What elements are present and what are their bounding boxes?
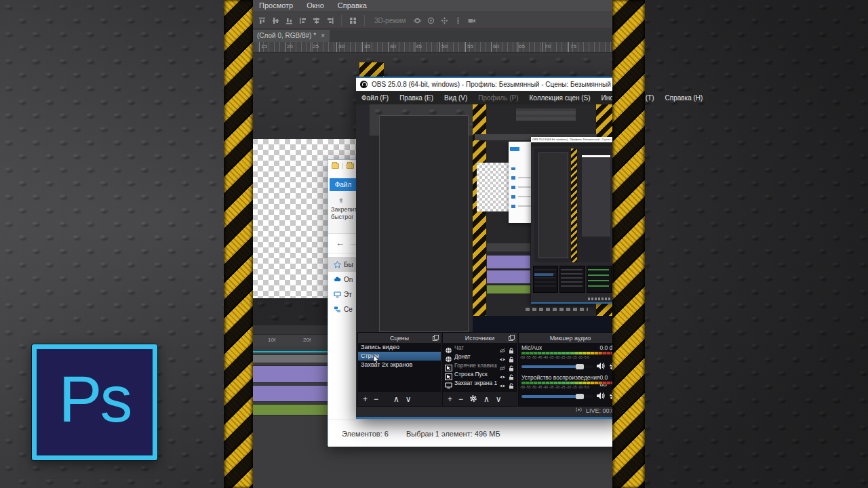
timeline-track-video2[interactable] — [252, 385, 329, 402]
lock-icon[interactable] — [508, 371, 515, 377]
slider-handle[interactable] — [576, 394, 584, 399]
mini-obs-preview — [534, 148, 610, 262]
move-scene-down-button[interactable]: ∨ — [406, 392, 412, 407]
align-middle-icon[interactable] — [271, 16, 280, 25]
ruler-tick: 60 — [491, 42, 517, 52]
sidebar-item-quick-access[interactable]: Бы — [328, 257, 357, 272]
source-properties-gear-icon[interactable] — [469, 393, 477, 405]
photoshop-tab-bar: (Слой 0, RGB/8#) * × — [252, 30, 614, 42]
obs-menu-help[interactable]: Справка (H) — [660, 92, 709, 104]
ruler-tick: 30 — [336, 42, 362, 52]
sources-list: Чат Донат Горячие клавиш Строка Пуск — [443, 343, 517, 391]
align-center-icon[interactable] — [312, 16, 321, 25]
mini-obs-statusbar — [588, 298, 611, 300]
source-row-taskbar[interactable]: Строка Пуск — [443, 369, 517, 378]
ps-menu-view[interactable]: Просмотр — [252, 0, 300, 12]
add-scene-button[interactable]: + — [363, 392, 368, 407]
timeline-track-audio[interactable] — [252, 404, 329, 415]
slideshow-icon — [445, 371, 452, 378]
3d-slide-icon[interactable] — [454, 16, 462, 25]
obs-menu-file[interactable]: Файл (F) — [356, 92, 394, 104]
remove-scene-button[interactable]: − — [374, 392, 378, 407]
timeline-track-video1[interactable] — [252, 365, 329, 383]
popout-icon[interactable] — [433, 335, 439, 341]
channel-name: Mic/Aux — [521, 344, 542, 351]
3d-orbit-icon[interactable] — [413, 16, 422, 25]
obs-menu-edit[interactable]: Правка (E) — [394, 92, 439, 104]
volume-slider[interactable] — [521, 392, 593, 401]
align-right-icon[interactable] — [326, 16, 334, 25]
volume-slider[interactable] — [521, 363, 593, 371]
toolbar-separator — [364, 15, 365, 26]
sidebar-item-label: Эт — [344, 291, 352, 298]
eye-off-icon[interactable] — [499, 344, 506, 350]
ruler-tick: 45 — [414, 42, 439, 52]
source-row-display-capture[interactable]: Захват экрана 1 — [443, 378, 517, 387]
speaker-icon[interactable] — [596, 391, 606, 401]
3d-pan-icon[interactable] — [440, 16, 449, 25]
globe-icon — [445, 353, 452, 360]
source-row-donate[interactable]: Донат — [443, 352, 517, 361]
mini-file-tab — [510, 147, 519, 151]
ps-menu-help[interactable]: Справка — [331, 0, 374, 12]
remove-source-button[interactable]: − — [458, 392, 463, 407]
sidebar-item-this-pc[interactable]: Эт — [328, 287, 357, 302]
popout-icon[interactable] — [509, 335, 515, 341]
eye-icon[interactable] — [499, 380, 506, 386]
slider-handle[interactable] — [576, 364, 584, 369]
folder-icon[interactable] — [332, 163, 339, 169]
scene-row[interactable]: Захват 2х экранов — [358, 361, 441, 369]
mini-timeline-green-track — [487, 285, 530, 293]
eye-icon[interactable] — [499, 353, 506, 359]
speaker-icon[interactable] — [596, 361, 606, 371]
timeline-track-group[interactable] — [252, 354, 329, 363]
folder-icon[interactable] — [347, 163, 354, 169]
eye-off-icon[interactable] — [499, 362, 506, 368]
mixer-panel-header[interactable]: Микшер аудио — [519, 333, 622, 343]
lock-icon[interactable] — [508, 344, 515, 350]
scenes-panel-header[interactable]: Сцены — [358, 333, 441, 343]
lock-icon[interactable] — [508, 353, 515, 359]
3d-camera-icon[interactable] — [467, 16, 476, 25]
add-source-button[interactable]: + — [448, 392, 452, 407]
align-left-icon[interactable] — [298, 16, 307, 25]
star-icon — [334, 261, 341, 268]
sidebar-item-onedrive[interactable]: On — [328, 272, 357, 287]
mini-bottom-band — [473, 316, 614, 332]
obs-menu-view[interactable]: Вид (V) — [439, 92, 473, 104]
mini-obs-menubar — [531, 142, 614, 146]
mini-timeline-purple-track — [487, 270, 530, 283]
move-source-down-button[interactable]: ∨ — [496, 392, 502, 407]
document-tab-label: (Слой 0, RGB/8#) * — [257, 30, 316, 42]
obs-window: OBS 25.0.8 (64-bit, windows) - Профиль: … — [356, 77, 623, 419]
ps-menu-window[interactable]: Окно — [300, 0, 331, 12]
document-tab[interactable]: (Слой 0, RGB/8#) * × — [252, 30, 330, 42]
move-source-up-button[interactable]: ∧ — [484, 392, 490, 407]
mini-sidebar-icons — [511, 167, 515, 208]
eye-icon[interactable] — [499, 371, 506, 377]
sources-panel-header[interactable]: Источники — [443, 333, 517, 343]
align-bottom-icon[interactable] — [285, 16, 294, 25]
slideshow-icon — [445, 362, 452, 369]
lock-icon[interactable] — [508, 362, 515, 368]
source-row-chat[interactable]: Чат — [443, 343, 517, 352]
ruler-tick: 20 — [285, 42, 311, 52]
obs-menu-profile[interactable]: Профиль (P) — [473, 92, 524, 104]
scene-row-selected[interactable]: Стрим — [358, 352, 441, 361]
obs-menubar: Файл (F) Правка (E) Вид (V) Профиль (P) … — [356, 92, 623, 104]
obs-menu-scene-collection[interactable]: Коллекция сцен (S) — [524, 92, 596, 104]
obs-titlebar[interactable]: OBS 25.0.8 (64-bit, windows) - Профиль: … — [356, 77, 623, 91]
sidebar-item-network[interactable]: Се — [328, 302, 357, 317]
source-row-hotkeys[interactable]: Горячие клавиш — [443, 361, 517, 369]
lock-icon[interactable] — [508, 380, 515, 386]
obs-preview[interactable]: OBS 25.0.8 (64-bit, windows) - Профиль: … — [370, 104, 614, 332]
move-scene-up-button[interactable]: ∧ — [393, 392, 399, 407]
back-arrow-icon[interactable]: ← — [336, 238, 344, 248]
distribute-icon[interactable] — [349, 16, 357, 25]
align-top-icon[interactable] — [258, 16, 267, 25]
3d-roll-icon[interactable] — [427, 16, 435, 25]
scene-row[interactable]: Запись видео — [358, 343, 441, 352]
tab-close-icon[interactable]: × — [321, 30, 325, 42]
cloud-icon — [334, 276, 341, 283]
explorer-file-tab[interactable]: Файл — [330, 178, 357, 191]
